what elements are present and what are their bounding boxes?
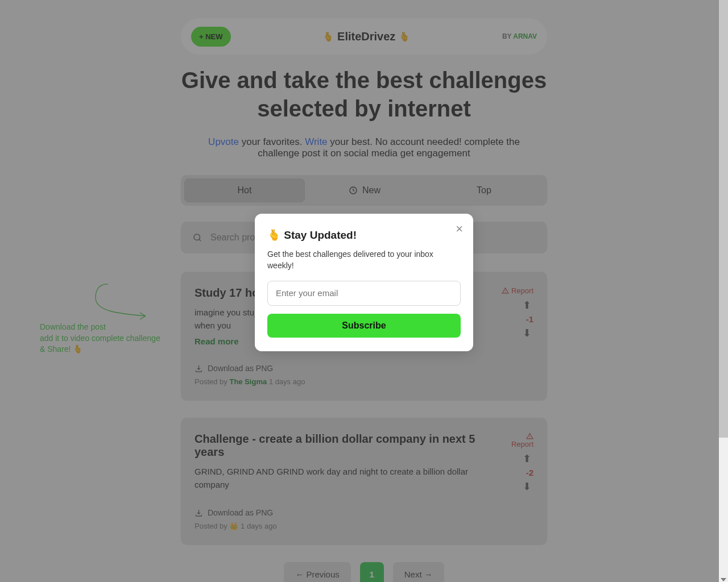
subscribe-button[interactable]: Subscribe [267, 314, 461, 338]
topbar: + NEW 🫰 EliteDrivez 🫰 BY ARNAV [181, 18, 547, 55]
card-main: Challenge - create a billion dollar comp… [195, 433, 477, 530]
subscribe-modal: × 🫰 Stay Updated! Get the best challenge… [255, 214, 473, 351]
byline-prefix: BY [502, 32, 513, 40]
write-link[interactable]: Write [305, 136, 327, 147]
report-label: Report [511, 440, 533, 448]
downvote-button[interactable]: ⬇ [520, 480, 533, 493]
hint-line-2: add it to video complete challenge [40, 333, 188, 344]
page-title: Give and take the best challenges select… [181, 66, 547, 123]
prev-button[interactable]: ← Previous [284, 562, 351, 582]
download-label: Download as PNG [208, 364, 273, 373]
posted-line: Posted by 👑 1 days ago [195, 522, 477, 530]
report-link[interactable]: Report [511, 433, 533, 448]
tab-top-label: Top [477, 185, 491, 196]
vote-count: -2 [526, 468, 533, 477]
card-title: Challenge - create a billion dollar comp… [195, 433, 477, 459]
tab-hot-label: Hot [238, 185, 252, 196]
close-icon[interactable]: × [456, 223, 463, 235]
download-icon [195, 364, 203, 373]
byline-author: ARNAV [513, 32, 537, 40]
download-icon [195, 509, 203, 517]
poster-name: 👑 [229, 522, 238, 530]
tab-new[interactable]: New [305, 178, 424, 202]
next-button[interactable]: Next → [393, 562, 444, 582]
card-aside: Report ⬆ -1 ⬇ [477, 286, 533, 386]
brand-left-emoji: 🫰 [322, 31, 334, 42]
scrollbar-thumb[interactable] [719, 0, 728, 438]
tab-hot[interactable]: Hot [184, 178, 305, 202]
posted-time: 1 days ago [267, 377, 305, 386]
clock-icon [349, 186, 358, 195]
brand-text: EliteDrivez [337, 30, 395, 43]
posted-line: Posted by The Sigma 1 days ago [195, 377, 477, 386]
download-label: Download as PNG [208, 508, 273, 517]
side-hint: Download the post add it to video comple… [40, 281, 188, 355]
scrollbar[interactable] [719, 0, 728, 582]
tab-new-label: New [362, 185, 380, 196]
curved-arrow-icon [40, 281, 154, 323]
new-button[interactable]: + NEW [191, 27, 231, 47]
pager: ← Previous 1 Next → [181, 562, 547, 582]
card-body: GRIND, GRIND AND GRIND work day and nigh… [195, 465, 477, 491]
hint-line-1: Download the post [40, 322, 188, 333]
search-icon [192, 232, 202, 243]
download-link[interactable]: Download as PNG [195, 364, 477, 373]
byline: BY ARNAV [502, 32, 537, 40]
modal-description: Get the best challenges delivered to you… [267, 248, 461, 272]
report-link[interactable]: Report [502, 286, 533, 295]
poster-name: The Sigma [229, 377, 267, 386]
card-aside: Report ⬆ -2 ⬇ [477, 433, 533, 530]
page-number[interactable]: 1 [360, 562, 384, 582]
svg-point-1 [194, 234, 200, 240]
upvote-button[interactable]: ⬆ [520, 298, 533, 312]
download-link[interactable]: Download as PNG [195, 508, 477, 517]
warning-icon [526, 433, 533, 440]
sort-tabs: Hot New Top [181, 175, 547, 206]
read-more-link[interactable]: Read more [195, 336, 239, 346]
downvote-button[interactable]: ⬇ [520, 326, 533, 340]
upvote-button[interactable]: ⬆ [520, 452, 533, 465]
email-field[interactable] [267, 281, 461, 306]
scrollbar-down-icon[interactable] [721, 578, 726, 581]
brand: 🫰 EliteDrivez 🫰 [322, 30, 410, 43]
upvote-link[interactable]: Upvote [208, 136, 239, 147]
subtitle-mid1: your favorites. [239, 136, 305, 147]
report-label: Report [511, 286, 533, 295]
posted-prefix: Posted by [195, 377, 229, 386]
modal-title: 🫰 Stay Updated! [267, 228, 461, 242]
vote-count: -1 [526, 314, 533, 324]
challenge-card: Challenge - create a billion dollar comp… [181, 418, 547, 545]
warning-icon [502, 287, 509, 294]
page-subtitle: Upvote your favorites. Write your best. … [188, 136, 540, 159]
tab-top[interactable]: Top [424, 178, 544, 202]
hint-line-3: & Share! 🫰 [40, 344, 188, 355]
posted-time: 1 days ago [238, 522, 276, 530]
brand-right-emoji: 🫰 [399, 31, 410, 42]
posted-prefix: Posted by [195, 522, 229, 530]
